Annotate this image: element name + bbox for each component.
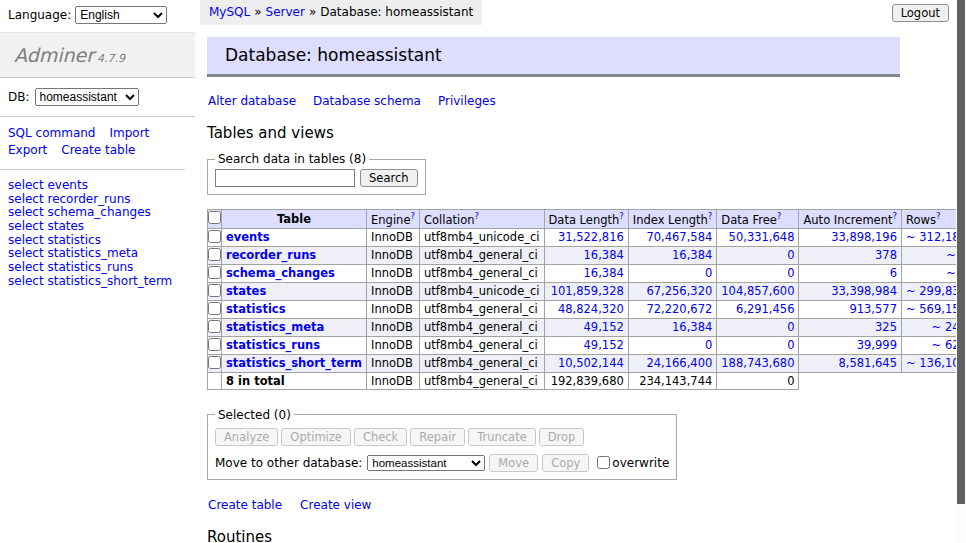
overwrite-label[interactable]: overwrite [612, 456, 669, 470]
database-nav-link[interactable]: Privileges [438, 94, 496, 108]
copy-button[interactable]: Copy [542, 454, 589, 472]
database-nav-links: Alter databaseDatabase schemaPrivileges [208, 94, 956, 108]
row-select-checkbox[interactable] [208, 338, 221, 351]
breadcrumb-separator: » [309, 5, 316, 19]
column-header: Data Length? [544, 210, 628, 229]
data-free-cell: 50,331,648 [717, 228, 799, 246]
column-header-label: Engine [371, 213, 410, 227]
collation-cell: utf8mb4_general_ci [419, 264, 544, 282]
search-legend: Search data in tables (8) [215, 152, 369, 166]
search-button[interactable]: Search [360, 169, 418, 187]
language-select[interactable]: English [75, 6, 167, 24]
row-select-checkbox[interactable] [208, 284, 221, 297]
collation-cell: utf8mb4_general_ci [419, 336, 544, 354]
selected-action-button[interactable]: Repair [410, 428, 465, 446]
auto-increment-cell: 33,398,984 [799, 282, 902, 300]
row-select-checkbox[interactable] [208, 248, 221, 261]
select-table-link[interactable]: select statistics_meta [8, 246, 138, 260]
row-select-checkbox[interactable] [208, 302, 221, 315]
help-link[interactable]: ? [777, 211, 782, 221]
row-select-checkbox[interactable] [208, 356, 221, 369]
breadcrumb-server-link[interactable]: Server [266, 5, 305, 19]
table-name-link[interactable]: events [226, 230, 270, 244]
column-header-label: Data Free [721, 213, 777, 227]
select-table-link[interactable]: select statistics [8, 233, 101, 247]
sidebar-action-link[interactable]: SQL command [8, 125, 95, 142]
logout-button[interactable]: Logout [892, 4, 949, 22]
total-index-length: 234,143,744 [628, 372, 717, 389]
row-select-cell [208, 354, 222, 372]
table-name-link[interactable]: schema_changes [226, 266, 335, 280]
breadcrumb-mysql-link[interactable]: MySQL [209, 5, 250, 19]
move-database-select[interactable]: homeassistant [367, 455, 485, 471]
auto-increment-cell: 325 [799, 318, 902, 336]
overwrite-checkbox[interactable] [597, 456, 610, 469]
data-length-cell: 101,859,328 [544, 282, 628, 300]
table-name-cell: events [222, 228, 367, 246]
data-free-cell: 0 [717, 264, 799, 282]
table-name-link[interactable]: statistics_runs [226, 338, 320, 352]
data-free-cell: 188,743,680 [717, 354, 799, 372]
selected-action-button[interactable]: Optimize [281, 428, 351, 446]
table-name-link[interactable]: statistics [226, 302, 286, 316]
selected-action-button[interactable]: Check [354, 428, 407, 446]
column-header: Collation? [419, 210, 544, 229]
table-name-cell: statistics [222, 300, 367, 318]
select-table-link[interactable]: select schema_changes [8, 205, 151, 219]
index-length-cell: 16,384 [628, 318, 717, 336]
row-select-checkbox[interactable] [208, 266, 221, 279]
table-name-link[interactable]: states [226, 284, 266, 298]
data-length-cell: 49,152 [544, 318, 628, 336]
create-link[interactable]: Create table [208, 498, 282, 512]
total-empty-cell [208, 372, 222, 389]
sidebar-table-link-item: select schema_changes [8, 206, 187, 219]
select-table-link[interactable]: select statistics_short_term [8, 274, 172, 288]
index-length-cell: 0 [628, 264, 717, 282]
selected-action-button[interactable]: Analyze [215, 428, 278, 446]
engine-cell: InnoDB [367, 336, 420, 354]
selected-buttons: AnalyzeOptimizeCheckRepairTruncateDrop [215, 428, 669, 446]
total-data-length: 192,839,680 [544, 372, 628, 389]
sidebar-action-link[interactable]: Import [109, 125, 149, 142]
table-name-link[interactable]: recorder_runs [226, 248, 316, 262]
data-free-cell: 0 [717, 336, 799, 354]
row-select-checkbox[interactable] [208, 320, 221, 333]
select-all-checkbox[interactable] [208, 211, 221, 224]
help-link[interactable]: ? [410, 211, 415, 221]
sidebar-action-link[interactable]: Export [8, 142, 47, 159]
help-link[interactable]: ? [936, 211, 941, 221]
table-name-link[interactable]: statistics_meta [226, 320, 324, 334]
select-table-link[interactable]: select recorder_runs [8, 192, 131, 206]
scrollbar-thumb[interactable] [957, 0, 965, 504]
collation-cell: utf8mb4_unicode_ci [419, 228, 544, 246]
move-button[interactable]: Move [489, 454, 538, 472]
table-name-cell: recorder_runs [222, 246, 367, 264]
column-header: Index Length? [628, 210, 717, 229]
select-table-link[interactable]: select statistics_runs [8, 260, 133, 274]
table-name-link[interactable]: statistics_short_term [226, 356, 362, 370]
total-filler [799, 372, 966, 389]
database-nav-link[interactable]: Database schema [313, 94, 421, 108]
row-select-checkbox[interactable] [208, 230, 221, 243]
search-input[interactable] [215, 169, 355, 187]
create-link[interactable]: Create view [300, 498, 371, 512]
selected-action-button[interactable]: Truncate [468, 428, 536, 446]
select-table-link[interactable]: select states [8, 219, 84, 233]
help-link[interactable]: ? [708, 211, 713, 221]
db-row: DB:homeassistant [0, 78, 195, 117]
database-nav-link[interactable]: Alter database [208, 94, 296, 108]
selected-action-button[interactable]: Drop [539, 428, 585, 446]
create-links: Create tableCreate view [208, 498, 956, 512]
table-name-cell: statistics_meta [222, 318, 367, 336]
help-link[interactable]: ? [892, 211, 897, 221]
db-select[interactable]: homeassistant [35, 88, 139, 106]
help-link[interactable]: ? [475, 211, 480, 221]
sidebar-action-link[interactable]: Create table [61, 142, 135, 159]
selected-legend: Selected (0) [215, 408, 294, 422]
sidebar: Language:English Adminer4.7.9 DB:homeass… [0, 0, 195, 289]
help-link[interactable]: ? [619, 211, 624, 221]
select-table-link[interactable]: select events [8, 178, 88, 192]
data-free-cell: 0 [717, 246, 799, 264]
table-name-cell: states [222, 282, 367, 300]
data-length-cell: 10,502,144 [544, 354, 628, 372]
